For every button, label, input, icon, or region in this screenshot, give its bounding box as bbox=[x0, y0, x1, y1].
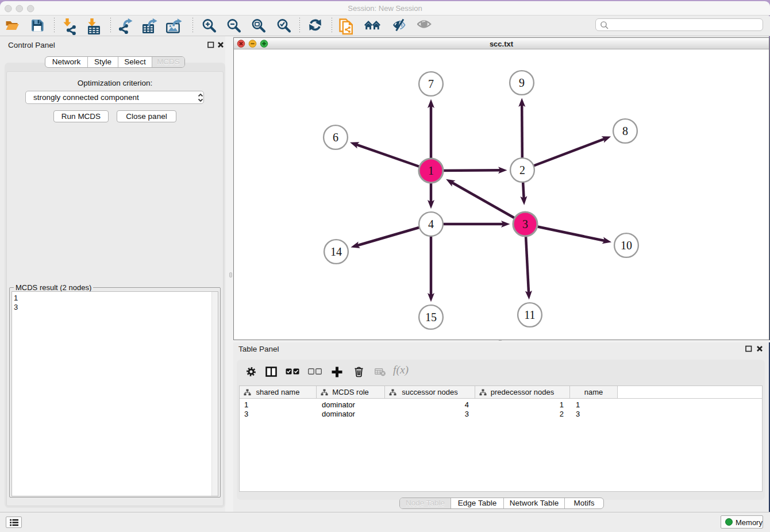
svg-text:6: 6 bbox=[333, 131, 338, 144]
svg-text:1: 1 bbox=[428, 164, 434, 177]
svg-text:8: 8 bbox=[622, 125, 628, 137]
svg-text:2: 2 bbox=[519, 164, 525, 176]
svg-text:4: 4 bbox=[428, 218, 434, 230]
svg-text:10: 10 bbox=[621, 239, 632, 252]
svg-text:9: 9 bbox=[519, 76, 525, 89]
svg-text:7: 7 bbox=[428, 78, 434, 90]
svg-text:14: 14 bbox=[330, 245, 342, 258]
svg-text:3: 3 bbox=[522, 218, 528, 230]
svg-text:15: 15 bbox=[425, 311, 437, 323]
svg-text:11: 11 bbox=[524, 309, 535, 321]
